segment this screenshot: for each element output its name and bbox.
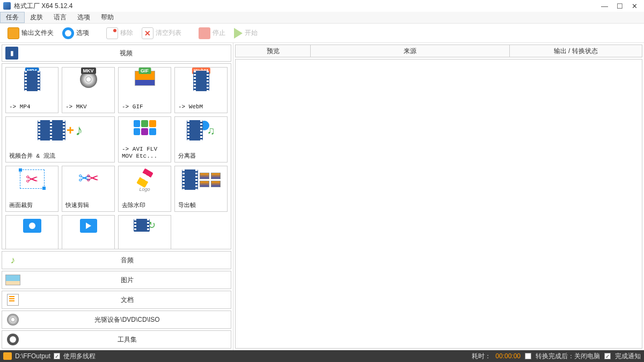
clear-list-label: 清空列表 xyxy=(156,28,181,38)
toolbox-icon xyxy=(7,334,19,345)
clear-icon: ✕ xyxy=(142,27,153,39)
menu-skin[interactable]: 皮肤 xyxy=(25,12,48,23)
formats-grid-icon xyxy=(134,120,156,135)
remove-icon xyxy=(106,27,118,39)
col-preview[interactable]: 预览 xyxy=(236,45,311,57)
right-panel: 预览 来源 输出 / 转换状态 xyxy=(233,43,644,350)
menu-bar: 任务 皮肤 语言 选项 帮助 xyxy=(0,12,644,24)
remove-label: 移除 xyxy=(120,28,133,38)
document-icon xyxy=(7,294,19,306)
tile-mp4[interactable]: MP4 -> MP4 xyxy=(5,67,58,113)
video-tiles-scroll[interactable]: MP4 -> MP4 MKV -> MKV GIF -> GIF WebM ->… xyxy=(2,63,231,249)
tile-webm[interactable]: WebM -> WebM xyxy=(174,67,228,113)
video-icon: ▮ xyxy=(5,47,18,60)
col-output-status[interactable]: 输出 / 转换状态 xyxy=(510,45,642,57)
status-folder-icon[interactable] xyxy=(3,352,12,360)
folder-icon xyxy=(8,27,19,39)
crop-icon: ✂ xyxy=(20,169,45,189)
category-video-label: 视频 xyxy=(21,49,231,58)
notify-label: 完成通知 xyxy=(615,352,641,361)
tile-screen-record[interactable] xyxy=(5,215,58,249)
film-icon xyxy=(24,71,40,91)
clear-list-button[interactable]: ✕ 清空列表 xyxy=(138,26,185,41)
output-folder-button[interactable]: 输出文件夹 xyxy=(4,26,57,41)
minimize-button[interactable]: — xyxy=(601,2,608,10)
tile-remove-watermark[interactable]: Logo 去除水印 xyxy=(118,166,171,212)
tile-crop[interactable]: ✂ 画面裁剪 xyxy=(5,166,58,212)
film-icon xyxy=(187,120,203,141)
film-icon xyxy=(182,169,198,190)
camera-icon xyxy=(23,219,41,233)
stop-icon xyxy=(199,27,210,39)
play-icon xyxy=(234,28,243,39)
close-button[interactable]: ✕ xyxy=(632,2,638,10)
left-panel: ▮ 视频 MP4 -> MP4 MKV -> MKV GIF -> GIF xyxy=(0,43,233,350)
film-icon xyxy=(193,71,209,91)
multithread-checkbox[interactable] xyxy=(54,353,60,359)
toolbar: 输出文件夹 选项 移除 ✕ 清空列表 停止 开始 xyxy=(0,24,644,43)
stop-button[interactable]: 停止 xyxy=(195,26,229,41)
audio-icon: ♪ xyxy=(5,254,20,267)
stop-label: 停止 xyxy=(213,28,225,38)
task-table-header: 预览 来源 输出 / 转换状态 xyxy=(235,45,642,57)
category-video-header[interactable]: ▮ 视频 xyxy=(2,45,231,62)
title-bar: 格式工厂 X64 5.12.4 — ☐ ✕ xyxy=(0,0,644,12)
eraser-icon xyxy=(136,168,153,188)
shutdown-label: 转换完成后：关闭电脑 xyxy=(536,352,600,361)
col-source[interactable]: 来源 xyxy=(311,45,510,57)
category-rom[interactable]: 光驱设备\DVD\CD\ISO xyxy=(2,311,231,329)
menu-task[interactable]: 任务 xyxy=(0,12,25,23)
start-button[interactable]: 开始 xyxy=(231,26,261,40)
disc-icon xyxy=(7,314,19,326)
maximize-button[interactable]: ☐ xyxy=(617,2,623,10)
tile-export-frame[interactable]: 导出帧 xyxy=(174,166,228,212)
film-icon xyxy=(134,219,150,232)
output-folder-label: 输出文件夹 xyxy=(21,28,54,38)
tile-quick-trim[interactable]: ✂✂ 快速剪辑 xyxy=(62,166,115,212)
tile-splitter[interactable]: ♫ 分离器 xyxy=(174,116,228,162)
multithread-label: 使用多线程 xyxy=(63,352,96,361)
remove-button[interactable]: 移除 xyxy=(103,26,136,41)
category-toolbox[interactable]: 工具集 xyxy=(2,330,231,349)
elapsed-label: 耗时： xyxy=(472,352,491,361)
start-label: 开始 xyxy=(245,28,258,38)
film-icon xyxy=(49,120,65,141)
tile-join-mux[interactable]: +♪ 视频合并 & 混流 xyxy=(5,116,115,162)
category-picture[interactable]: 图片 xyxy=(2,271,231,289)
shutdown-checkbox[interactable] xyxy=(525,353,531,359)
menu-language[interactable]: 语言 xyxy=(48,12,72,23)
tile-avi-flv[interactable]: -> AVI FLV MOV Etc... xyxy=(118,116,171,162)
window-title: 格式工厂 X64 5.12.4 xyxy=(14,2,601,11)
picture-icon xyxy=(5,275,20,285)
option-button[interactable]: 选项 xyxy=(59,26,92,41)
tile-gif[interactable]: GIF -> GIF xyxy=(118,67,171,113)
tile-player[interactable] xyxy=(62,215,115,249)
notify-checkbox[interactable] xyxy=(604,353,611,359)
play-square-icon xyxy=(80,219,97,233)
gear-icon xyxy=(62,27,74,39)
thumbnails-icon xyxy=(200,173,221,187)
status-bar: D:\FFOutput 使用多线程 耗时： 00:00:00 转换完成后：关闭电… xyxy=(0,350,644,362)
tile-mkv[interactable]: MKV -> MKV xyxy=(62,67,115,113)
option-label: 选项 xyxy=(76,28,89,38)
app-icon xyxy=(3,2,11,10)
menu-help[interactable]: 帮助 xyxy=(96,12,119,23)
task-table-body[interactable] xyxy=(235,59,642,349)
tile-convert[interactable]: ↻ xyxy=(118,215,171,249)
elapsed-value: 00:00:00 xyxy=(495,352,521,360)
menu-option[interactable]: 选项 xyxy=(72,12,96,23)
category-audio[interactable]: ♪ 音频 xyxy=(2,251,231,269)
output-path[interactable]: D:\FFOutput xyxy=(15,352,50,360)
category-document[interactable]: 文档 xyxy=(2,291,231,309)
